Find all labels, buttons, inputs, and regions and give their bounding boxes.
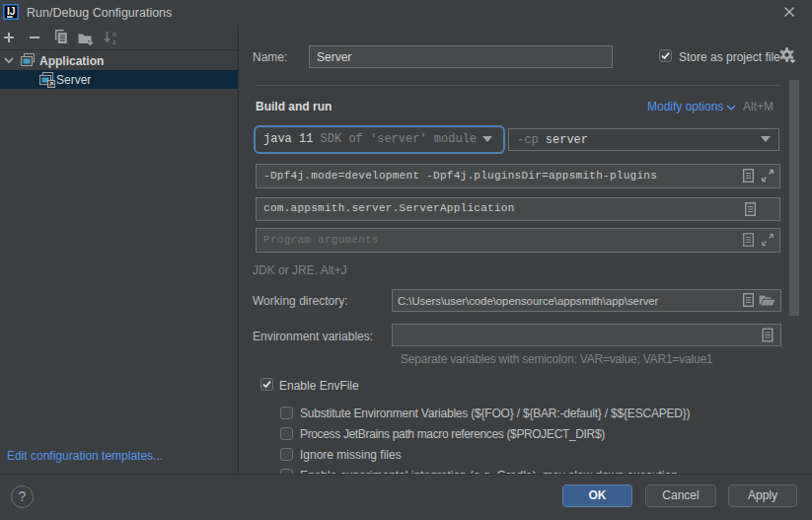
svg-text:z: z: [112, 38, 116, 45]
svg-text:a: a: [112, 31, 116, 37]
svg-text:IJ: IJ: [7, 5, 16, 17]
